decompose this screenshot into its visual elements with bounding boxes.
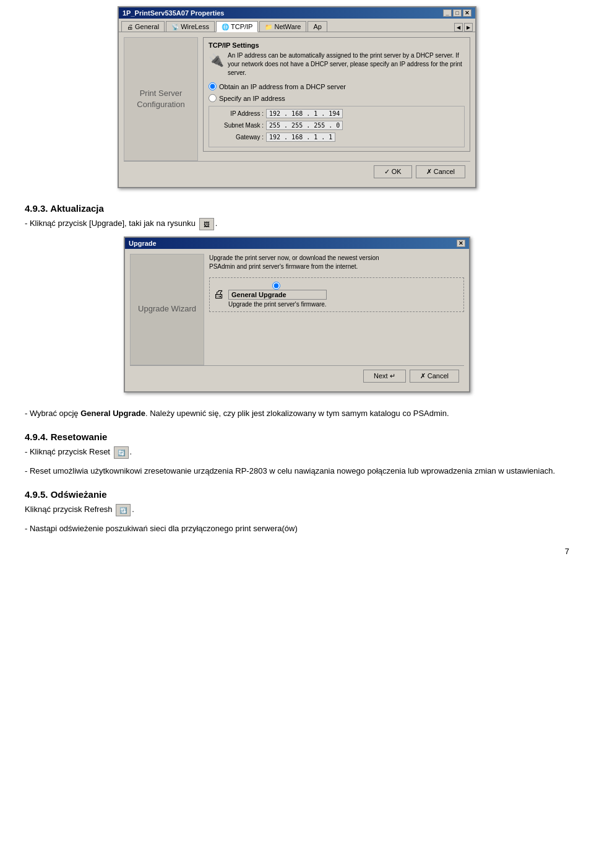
ip-address-row: IP Address : 192 . 168 . 1 . 194	[214, 109, 459, 118]
radio-static-input[interactable]	[209, 94, 217, 102]
ip-address-label: IP Address :	[214, 110, 264, 117]
wireless-tab-label: WireLess	[181, 23, 209, 30]
upgrade-close-button[interactable]: ✕	[457, 240, 465, 247]
ip-address-value: 192 . 168 . 1 . 194	[266, 109, 343, 118]
section-493-heading: 4.9.3. Aktualizacja	[25, 203, 569, 214]
page-number: 7	[25, 547, 569, 556]
tab-ap[interactable]: Ap	[308, 21, 327, 32]
dialog-footer: ✓ OK ✗ Cancel	[124, 161, 470, 182]
upgrade-left-panel: Upgrade Wizard	[130, 254, 204, 365]
section-495-line2: - Nastąpi odświeżenie poszukiwań sieci d…	[25, 523, 569, 535]
titlebar-buttons: _ □ ✕	[443, 9, 471, 17]
section-494-heading: 4.9.4. Resetowanie	[25, 432, 569, 442]
radio-dhcp-input[interactable]	[209, 82, 217, 90]
maximize-button[interactable]: □	[453, 9, 462, 17]
section-494-line2: - Reset umożliwia użytkownikowi zresetow…	[25, 465, 569, 477]
next-button[interactable]: Next ↵	[363, 370, 406, 383]
general-tab-icon: 🖨	[127, 24, 133, 30]
section-494-line1-text: - Kliknąć przycisk Reset	[25, 447, 110, 456]
netware-tab-icon: 📁	[265, 24, 272, 30]
upgrade-body: Upgrade Wizard Upgrade the print server …	[130, 254, 464, 365]
reset-icon: 🔄	[114, 446, 129, 459]
wireless-tab-icon: 📡	[171, 24, 179, 30]
upgrade-cancel-button[interactable]: ✗ Cancel	[410, 370, 459, 383]
upgrade-content: Upgrade Wizard Upgrade the print server …	[125, 249, 469, 391]
left-panel: Print Server Configuration	[124, 37, 198, 161]
tab-prev-button[interactable]: ◀	[454, 23, 463, 32]
print-server-dialog: 1P_PrintServ535A07 Properties _ □ ✕ 🖨 Ge…	[118, 6, 476, 188]
upgrade-option-inner: General Upgrade Upgrade the print server…	[228, 282, 327, 308]
upgrade-right-panel: Upgrade the print server now, or downloa…	[209, 254, 464, 365]
general-upgrade-bold: General Upgrade	[80, 409, 145, 418]
refresh-icon: 🔃	[116, 504, 131, 516]
section-494-line1: - Kliknąć przycisk Reset 🔄.	[25, 446, 569, 459]
tab-next-button[interactable]: ▶	[464, 23, 473, 32]
upgrade-wizard-label: Upgrade Wizard	[138, 303, 196, 315]
tcpip-settings-panel: TCP/IP Settings 🔌 An IP address can be a…	[203, 37, 470, 161]
dialog-tabs: 🖨 General 📡 WireLess 🌐 TCP/IP 📁 NetWare …	[119, 19, 475, 32]
gateway-value: 192 . 168 . 1 . 1	[266, 132, 335, 142]
upgrade-titlebar-buttons: ✕	[457, 240, 465, 247]
section-495-line1-text: Kliknąć przycisk Refresh	[25, 505, 113, 514]
upgrade-icon: 🖼	[199, 218, 214, 230]
tcpip-tab-icon: 🌐	[222, 24, 229, 30]
upgrade-dialog: Upgrade ✕ Upgrade Wizard Upgrade the pri…	[124, 237, 470, 393]
section-494: 4.9.4. Resetowanie - Kliknąć przycisk Re…	[25, 432, 569, 477]
tcpip-description: An IP address can be automatically assig…	[228, 51, 465, 77]
upgrade-section-text: - Wybrać opcję General Upgrade. - Wybrać…	[25, 407, 569, 420]
radio-dhcp-label: Obtain an IP address from a DHCP server	[219, 83, 346, 90]
section-495-heading: 4.9.5. Odświeżanie	[25, 489, 569, 500]
dialog-title: 1P_PrintServ535A07 Properties	[123, 9, 224, 17]
section-493: 4.9.3. Aktualizacja - Kliknąć przycisk […	[25, 203, 569, 230]
tab-general[interactable]: 🖨 General	[121, 21, 165, 32]
upgrade-option-icon: 🖨	[213, 288, 225, 301]
general-upgrade-radio[interactable]	[228, 282, 324, 290]
upgrade-option-box: 🖨 General Upgrade Upgrade the print serv…	[209, 277, 464, 312]
upgrade-titlebar: Upgrade ✕	[125, 238, 469, 249]
upgrade-option-desc: Upgrade the print server's firmware.	[228, 301, 327, 308]
ok-button[interactable]: ✓ OK	[374, 165, 412, 178]
subnet-label: Subnet Mask :	[214, 122, 264, 129]
tab-tcpip[interactable]: 🌐 TCP/IP	[216, 21, 258, 32]
minimize-button[interactable]: _	[443, 9, 452, 17]
netware-tab-label: NetWare	[274, 23, 301, 30]
tcpip-section-title: TCP/IP Settings	[209, 41, 465, 49]
section-493-text: - Kliknąć przycisk [Upgrade], taki jak n…	[25, 217, 569, 230]
dialog-titlebar: 1P_PrintServ535A07 Properties _ □ ✕	[119, 7, 475, 19]
gateway-label: Gateway :	[214, 134, 264, 141]
section-493-text-content: - Kliknąć przycisk [Upgrade], taki jak n…	[25, 219, 196, 228]
tab-wireless[interactable]: 📡 WireLess	[166, 21, 215, 32]
radio-static-label: Specify an IP address	[219, 95, 285, 102]
ip-fields-box: IP Address : 192 . 168 . 1 . 194 Subnet …	[209, 106, 465, 147]
subnet-row: Subnet Mask : 255 . 255 . 255 . 0	[214, 121, 459, 130]
tab-netware[interactable]: 📁 NetWare	[259, 21, 306, 32]
tcpip-settings-box: TCP/IP Settings 🔌 An IP address can be a…	[203, 37, 470, 152]
dialog-body: Print Server Configuration TCP/IP Settin…	[124, 37, 470, 161]
upgrade-dialog-container: Upgrade ✕ Upgrade Wizard Upgrade the pri…	[25, 237, 569, 393]
upgrade-desc-line1: Upgrade the print server now, or downloa…	[209, 254, 464, 263]
network-icon: 🔌	[209, 53, 224, 67]
upgrade-dialog-title: Upgrade	[129, 240, 157, 247]
ap-tab-label: Ap	[313, 23, 321, 30]
radio-static[interactable]: Specify an IP address	[209, 94, 465, 102]
tab-nav: ◀ ▶	[454, 23, 473, 32]
general-tab-label: General	[135, 23, 159, 30]
upgrade-dialog-footer: Next ↵ ✗ Cancel	[130, 365, 464, 386]
upgrade-description: Upgrade the print server now, or downloa…	[209, 254, 464, 271]
cancel-button[interactable]: ✗ Cancel	[416, 165, 465, 178]
tcpip-tab-label: TCP/IP	[231, 23, 252, 30]
radio-dhcp[interactable]: Obtain an IP address from a DHCP server	[209, 82, 465, 90]
dialog-content: Print Server Configuration TCP/IP Settin…	[119, 32, 475, 187]
section-495: 4.9.5. Odświeżanie Kliknąć przycisk Refr…	[25, 489, 569, 534]
section-495-line1: Kliknąć przycisk Refresh 🔃.	[25, 503, 569, 516]
gateway-row: Gateway : 192 . 168 . 1 . 1	[214, 132, 459, 142]
upgrade-option-label: General Upgrade	[228, 290, 327, 300]
subnet-value: 255 . 255 . 255 . 0	[266, 121, 343, 130]
upgrade-desc-line2: PSAdmin and print server's firmware from…	[209, 263, 464, 271]
top-dialog-container: 1P_PrintServ535A07 Properties _ □ ✕ 🖨 Ge…	[25, 6, 569, 188]
close-button[interactable]: ✕	[463, 9, 471, 17]
left-panel-label: Print Server Configuration	[124, 88, 197, 110]
